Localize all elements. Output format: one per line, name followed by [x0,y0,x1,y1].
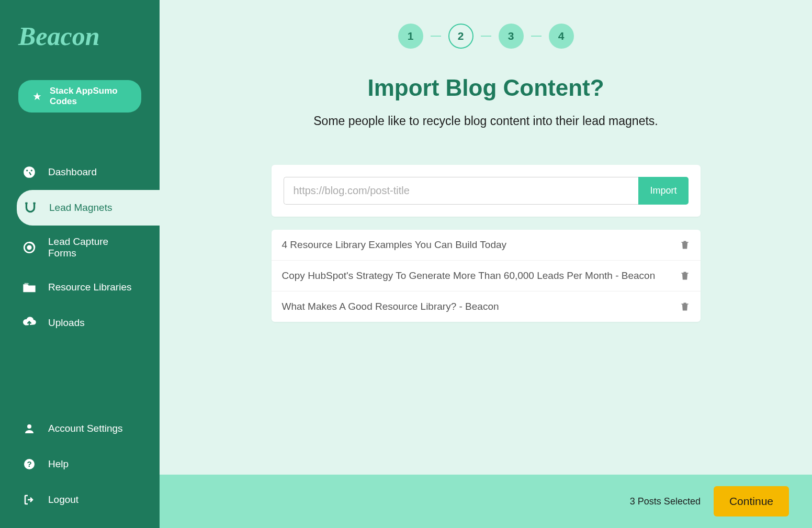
post-row: Copy HubSpot's Strategy To Generate More… [272,261,701,291]
svg-point-2 [31,170,32,171]
nav-logout[interactable]: Logout [0,482,160,518]
magnet-icon [23,200,38,215]
page-subtitle: Some people like to recycle blog content… [313,114,658,128]
content-area: 1 2 3 4 Import Blog Content? Some people… [160,0,812,528]
step-2[interactable]: 2 [448,24,473,49]
nav-dashboard[interactable]: Dashboard [0,154,160,190]
post-title: 4 Resource Library Examples You Can Buil… [282,239,507,251]
sidebar: Beacon Stack AppSumo Codes Dashboard Lea… [0,0,160,528]
step-divider [531,36,542,37]
post-row: What Makes A Good Resource Library? - Be… [272,291,701,322]
logout-icon [22,492,37,507]
post-title: Copy HubSpot's Strategy To Generate More… [282,270,656,282]
post-row: 4 Resource Library Examples You Can Buil… [272,230,701,261]
nav-account-settings[interactable]: Account Settings [0,411,160,446]
selected-count: 3 Posts Selected [630,496,701,507]
nav-label: Lead Magnets [49,202,112,214]
trash-icon[interactable] [680,239,690,251]
svg-point-7 [27,424,31,429]
brand-logo: Beacon [0,21,160,51]
nav-label: Resource Libraries [48,282,131,293]
question-icon: ? [22,457,37,471]
url-input[interactable] [284,177,639,205]
nav-label: Help [48,458,69,470]
nav-main: Dashboard Lead Magnets Lead Capture Form… [0,154,160,411]
import-row: Import [284,177,689,205]
nav-help[interactable]: ? Help [0,446,160,482]
step-4[interactable]: 4 [549,24,574,49]
footer-bar: 3 Posts Selected Continue [160,475,812,528]
import-card: Import [272,165,701,217]
step-1[interactable]: 1 [398,24,423,49]
promo-label: Stack AppSumo Codes [50,86,130,107]
posts-list: 4 Resource Library Examples You Can Buil… [272,230,701,322]
user-icon [22,421,37,436]
import-button[interactable]: Import [638,177,688,205]
nav-uploads[interactable]: Uploads [0,305,160,341]
svg-text:?: ? [27,459,31,468]
nav-bottom: Account Settings ? Help Logout [0,411,160,518]
target-icon [22,240,37,255]
nav-lead-magnets[interactable]: Lead Magnets [17,190,160,226]
post-title: What Makes A Good Resource Library? - Be… [282,301,499,312]
page-title: Import Blog Content? [367,75,604,101]
svg-point-6 [28,246,31,250]
step-divider [481,36,491,37]
nav-lead-capture[interactable]: Lead Capture Forms [0,226,160,269]
nav-label: Logout [48,494,78,505]
cloud-upload-icon [22,316,37,330]
nav-label: Account Settings [48,423,123,434]
nav-resource-libraries[interactable]: Resource Libraries [0,269,160,305]
trash-icon[interactable] [680,270,690,282]
nav-label: Uploads [48,317,85,329]
trash-icon[interactable] [680,301,690,312]
svg-point-1 [26,170,28,171]
nav-label: Dashboard [48,166,97,178]
main-content: 1 2 3 4 Import Blog Content? Some people… [160,0,812,528]
step-divider [431,36,441,37]
promo-badge[interactable]: Stack AppSumo Codes [18,80,141,113]
nav-label: Lead Capture Forms [48,236,138,259]
star-icon [30,89,44,104]
step-indicator: 1 2 3 4 [398,24,574,49]
step-3[interactable]: 3 [499,24,524,49]
continue-button[interactable]: Continue [714,486,789,516]
dashboard-icon [22,165,37,179]
folder-icon [22,280,37,295]
